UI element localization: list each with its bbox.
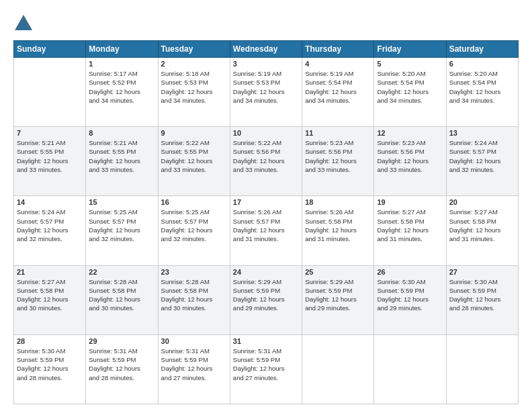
day-info: Sunrise: 5:20 AM Sunset: 5:54 PM Dayligh…	[377, 69, 443, 105]
day-info: Sunrise: 5:28 AM Sunset: 5:58 PM Dayligh…	[89, 277, 154, 313]
calendar-cell	[446, 334, 518, 404]
day-number: 16	[161, 198, 227, 206]
day-info: Sunrise: 5:29 AM Sunset: 5:59 PM Dayligh…	[233, 277, 299, 313]
calendar-cell: 5Sunrise: 5:20 AM Sunset: 5:54 PM Daylig…	[374, 58, 446, 127]
day-number: 27	[449, 268, 515, 276]
calendar-cell: 23Sunrise: 5:28 AM Sunset: 5:58 PM Dayli…	[158, 265, 230, 334]
day-info: Sunrise: 5:22 AM Sunset: 5:55 PM Dayligh…	[161, 138, 227, 174]
day-number: 30	[161, 337, 227, 345]
day-number: 1	[89, 60, 154, 68]
day-info: Sunrise: 5:17 AM Sunset: 5:52 PM Dayligh…	[89, 69, 154, 105]
day-info: Sunrise: 5:26 AM Sunset: 5:57 PM Dayligh…	[233, 208, 299, 243]
day-number: 14	[17, 198, 83, 206]
calendar-cell: 7Sunrise: 5:21 AM Sunset: 5:55 PM Daylig…	[14, 127, 86, 196]
day-info: Sunrise: 5:23 AM Sunset: 5:56 PM Dayligh…	[305, 138, 371, 174]
day-info: Sunrise: 5:27 AM Sunset: 5:58 PM Dayligh…	[377, 208, 443, 243]
day-info: Sunrise: 5:30 AM Sunset: 5:59 PM Dayligh…	[17, 347, 83, 382]
day-number: 8	[89, 129, 154, 137]
calendar-cell	[302, 334, 374, 404]
day-info: Sunrise: 5:31 AM Sunset: 5:59 PM Dayligh…	[161, 347, 227, 382]
calendar-cell: 4Sunrise: 5:19 AM Sunset: 5:54 PM Daylig…	[302, 58, 374, 127]
day-info: Sunrise: 5:19 AM Sunset: 5:53 PM Dayligh…	[233, 69, 299, 105]
day-number: 24	[233, 268, 299, 276]
day-number: 3	[233, 60, 299, 68]
calendar-cell: 8Sunrise: 5:21 AM Sunset: 5:55 PM Daylig…	[86, 127, 158, 196]
day-info: Sunrise: 5:22 AM Sunset: 5:56 PM Dayligh…	[233, 138, 299, 174]
weekday-header-thursday: Thursday	[302, 41, 374, 58]
day-number: 28	[17, 337, 83, 345]
weekday-header-monday: Monday	[86, 41, 158, 58]
day-info: Sunrise: 5:26 AM Sunset: 5:58 PM Dayligh…	[305, 208, 371, 243]
day-info: Sunrise: 5:18 AM Sunset: 5:53 PM Dayligh…	[161, 69, 227, 105]
week-row-1: 7Sunrise: 5:21 AM Sunset: 5:55 PM Daylig…	[14, 127, 519, 196]
calendar-cell: 17Sunrise: 5:26 AM Sunset: 5:57 PM Dayli…	[230, 196, 302, 265]
week-row-4: 28Sunrise: 5:30 AM Sunset: 5:59 PM Dayli…	[14, 334, 519, 404]
day-info: Sunrise: 5:28 AM Sunset: 5:58 PM Dayligh…	[161, 277, 227, 313]
calendar-cell: 24Sunrise: 5:29 AM Sunset: 5:59 PM Dayli…	[230, 265, 302, 334]
week-row-2: 14Sunrise: 5:24 AM Sunset: 5:57 PM Dayli…	[14, 196, 519, 265]
day-info: Sunrise: 5:30 AM Sunset: 5:59 PM Dayligh…	[377, 277, 443, 313]
day-number: 19	[377, 198, 443, 206]
calendar-cell: 25Sunrise: 5:29 AM Sunset: 5:59 PM Dayli…	[302, 265, 374, 334]
weekday-row: SundayMondayTuesdayWednesdayThursdayFrid…	[14, 41, 519, 58]
day-number: 12	[377, 129, 443, 137]
calendar-header: SundayMondayTuesdayWednesdayThursdayFrid…	[14, 41, 519, 58]
day-info: Sunrise: 5:30 AM Sunset: 5:59 PM Dayligh…	[449, 277, 515, 313]
day-number: 6	[449, 60, 515, 68]
logo	[13, 13, 36, 34]
day-number: 5	[377, 60, 443, 68]
day-number: 21	[17, 268, 83, 276]
day-number: 18	[305, 198, 371, 206]
day-number: 2	[161, 60, 227, 68]
calendar-cell: 18Sunrise: 5:26 AM Sunset: 5:58 PM Dayli…	[302, 196, 374, 265]
calendar-cell: 12Sunrise: 5:23 AM Sunset: 5:56 PM Dayli…	[374, 127, 446, 196]
day-number: 13	[449, 129, 515, 137]
day-info: Sunrise: 5:27 AM Sunset: 5:58 PM Dayligh…	[449, 208, 515, 243]
day-info: Sunrise: 5:27 AM Sunset: 5:58 PM Dayligh…	[17, 277, 83, 313]
calendar-cell	[374, 334, 446, 404]
day-info: Sunrise: 5:23 AM Sunset: 5:56 PM Dayligh…	[377, 138, 443, 174]
calendar-cell: 14Sunrise: 5:24 AM Sunset: 5:57 PM Dayli…	[14, 196, 86, 265]
day-number: 10	[233, 129, 299, 137]
calendar-cell: 15Sunrise: 5:25 AM Sunset: 5:57 PM Dayli…	[86, 196, 158, 265]
day-info: Sunrise: 5:25 AM Sunset: 5:57 PM Dayligh…	[89, 208, 154, 243]
day-number: 23	[161, 268, 227, 276]
day-number: 26	[377, 268, 443, 276]
calendar-cell: 28Sunrise: 5:30 AM Sunset: 5:59 PM Dayli…	[14, 334, 86, 404]
calendar-cell: 22Sunrise: 5:28 AM Sunset: 5:58 PM Dayli…	[86, 265, 158, 334]
day-number: 29	[89, 337, 154, 345]
calendar-cell: 31Sunrise: 5:31 AM Sunset: 5:59 PM Dayli…	[230, 334, 302, 404]
weekday-header-saturday: Saturday	[446, 41, 518, 58]
calendar-cell: 19Sunrise: 5:27 AM Sunset: 5:58 PM Dayli…	[374, 196, 446, 265]
day-info: Sunrise: 5:21 AM Sunset: 5:55 PM Dayligh…	[17, 138, 83, 174]
calendar-cell: 2Sunrise: 5:18 AM Sunset: 5:53 PM Daylig…	[158, 58, 230, 127]
calendar-cell: 27Sunrise: 5:30 AM Sunset: 5:59 PM Dayli…	[446, 265, 518, 334]
day-info: Sunrise: 5:24 AM Sunset: 5:57 PM Dayligh…	[449, 138, 515, 174]
calendar-cell: 16Sunrise: 5:25 AM Sunset: 5:57 PM Dayli…	[158, 196, 230, 265]
calendar-cell: 3Sunrise: 5:19 AM Sunset: 5:53 PM Daylig…	[230, 58, 302, 127]
weekday-header-friday: Friday	[374, 41, 446, 58]
calendar-cell: 21Sunrise: 5:27 AM Sunset: 5:58 PM Dayli…	[14, 265, 86, 334]
calendar-cell: 9Sunrise: 5:22 AM Sunset: 5:55 PM Daylig…	[158, 127, 230, 196]
day-info: Sunrise: 5:20 AM Sunset: 5:54 PM Dayligh…	[449, 69, 515, 105]
day-info: Sunrise: 5:24 AM Sunset: 5:57 PM Dayligh…	[17, 208, 83, 243]
calendar-body: 1Sunrise: 5:17 AM Sunset: 5:52 PM Daylig…	[14, 58, 519, 404]
calendar-cell: 11Sunrise: 5:23 AM Sunset: 5:56 PM Dayli…	[302, 127, 374, 196]
calendar-cell	[14, 58, 86, 127]
day-number: 4	[305, 60, 371, 68]
weekday-header-wednesday: Wednesday	[230, 41, 302, 58]
day-info: Sunrise: 5:31 AM Sunset: 5:59 PM Dayligh…	[89, 347, 154, 382]
day-info: Sunrise: 5:29 AM Sunset: 5:59 PM Dayligh…	[305, 277, 371, 313]
day-number: 11	[305, 129, 371, 137]
calendar-cell: 13Sunrise: 5:24 AM Sunset: 5:57 PM Dayli…	[446, 127, 518, 196]
day-number: 15	[89, 198, 154, 206]
day-info: Sunrise: 5:25 AM Sunset: 5:57 PM Dayligh…	[161, 208, 227, 243]
day-info: Sunrise: 5:31 AM Sunset: 5:59 PM Dayligh…	[233, 347, 299, 382]
calendar-cell: 30Sunrise: 5:31 AM Sunset: 5:59 PM Dayli…	[158, 334, 230, 404]
week-row-0: 1Sunrise: 5:17 AM Sunset: 5:52 PM Daylig…	[14, 58, 519, 127]
day-number: 9	[161, 129, 227, 137]
calendar-cell: 26Sunrise: 5:30 AM Sunset: 5:59 PM Dayli…	[374, 265, 446, 334]
day-number: 20	[449, 198, 515, 206]
calendar-cell: 10Sunrise: 5:22 AM Sunset: 5:56 PM Dayli…	[230, 127, 302, 196]
header	[13, 13, 519, 34]
